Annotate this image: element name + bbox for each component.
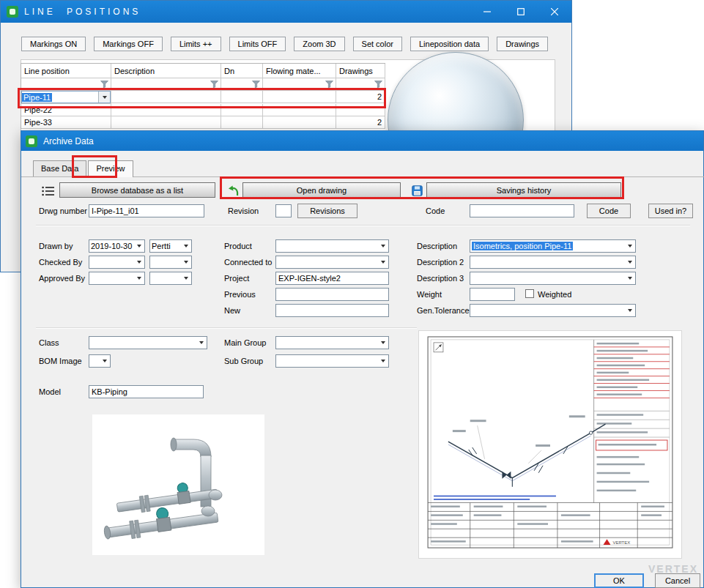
class-label: Class: [39, 338, 59, 347]
approved-date-select[interactable]: [89, 272, 145, 285]
ok-button[interactable]: OK: [594, 573, 644, 588]
used-in-button[interactable]: Used in?: [648, 204, 693, 218]
cell-line-position: Pipe-22: [21, 104, 111, 116]
column-header: Drawings: [336, 64, 385, 78]
chevron-down-icon: [199, 341, 204, 344]
new-field[interactable]: [275, 304, 389, 317]
code-button[interactable]: Code: [587, 204, 631, 218]
product-select[interactable]: [275, 239, 389, 253]
weighted-checkbox[interactable]: [525, 289, 534, 298]
minimize-button[interactable]: [470, 1, 504, 23]
separator: [36, 327, 417, 329]
table-filter-row: [21, 78, 385, 91]
checked-by-select[interactable]: [149, 256, 192, 269]
cell-drawings: 2: [336, 91, 385, 103]
selected-description: Isometrics, position Pipe-11: [472, 242, 573, 250]
filter-cell: [111, 78, 221, 91]
description3-label: Description 3: [417, 274, 464, 283]
cell-drawings: 2: [336, 116, 385, 129]
table-header-row: Line position Description Dn Flowing mat…: [21, 64, 385, 78]
cancel-button[interactable]: Cancel: [655, 573, 700, 588]
class-select[interactable]: [89, 336, 207, 349]
tab-base-data[interactable]: Base Data: [33, 160, 86, 176]
chevron-down-icon: [184, 277, 188, 280]
weight-field[interactable]: [470, 288, 515, 301]
markings-on-button[interactable]: Markings ON: [21, 37, 86, 51]
combo-dropdown-button[interactable]: [98, 92, 110, 103]
sub-group-select[interactable]: [275, 354, 389, 368]
checked-by-label: Checked By: [39, 258, 82, 267]
table-row-pipe-33[interactable]: Pipe-33 2: [21, 116, 385, 129]
window-title: LINE POSITIONS: [24, 7, 141, 17]
separator: [36, 225, 690, 226]
column-header: Dn: [221, 64, 263, 78]
filter-icon[interactable]: [210, 81, 218, 88]
chevron-down-icon: [381, 261, 385, 264]
drawn-by-select[interactable]: Pertti: [149, 239, 192, 253]
filter-icon[interactable]: [100, 81, 108, 88]
previous-label: Previous: [224, 290, 256, 299]
gen-tolerance-select[interactable]: [470, 304, 636, 317]
zoom-3d-button[interactable]: Zoom 3D: [294, 37, 344, 51]
drwg-number-field[interactable]: I-Pipe-11_i01: [89, 204, 204, 217]
project-field[interactable]: EXP-IGEN-style2: [275, 272, 389, 285]
drawn-by-label: Drawn by: [39, 242, 73, 250]
cell-description: [111, 104, 221, 116]
maximize-button[interactable]: [504, 1, 538, 23]
list-icon[interactable]: [41, 185, 54, 198]
drawings-button[interactable]: Drawings: [497, 37, 548, 51]
bom-image-select[interactable]: [89, 354, 111, 368]
description3-select[interactable]: [470, 272, 636, 285]
connected-to-select[interactable]: [275, 256, 389, 269]
revision-field[interactable]: [275, 204, 292, 217]
line-position-combobox[interactable]: Pipe-11: [21, 91, 111, 103]
filter-icon[interactable]: [374, 81, 382, 88]
table-row-pipe-22[interactable]: Pipe-22: [21, 104, 385, 116]
model-label: Model: [39, 387, 61, 396]
drawn-date-select[interactable]: 2019-10-30: [89, 239, 145, 253]
cell-dn: [221, 91, 263, 103]
code-label: Code: [426, 206, 445, 215]
lineposition-data-button[interactable]: Lineposition data: [410, 37, 489, 51]
description2-label: Description 2: [417, 258, 464, 267]
model-field[interactable]: KB-Piping: [89, 385, 204, 398]
chevron-down-icon: [184, 261, 188, 264]
close-button[interactable]: [538, 1, 571, 23]
cell-line-position: Pipe-33: [21, 116, 111, 129]
table-row-pipe-11[interactable]: Pipe-11 2: [21, 91, 385, 104]
filter-cell: [263, 78, 336, 91]
cell-flowing-material: [263, 116, 336, 129]
revisions-button[interactable]: Revisions: [297, 204, 357, 218]
tab-strip: Base Data Preview: [33, 160, 135, 177]
previous-field[interactable]: [275, 288, 389, 301]
chevron-down-icon: [381, 341, 385, 344]
browse-database-button[interactable]: Browse database as a list: [59, 182, 215, 198]
filter-cell: [21, 78, 111, 91]
savings-history-button[interactable]: Savings history: [426, 182, 621, 198]
tab-preview[interactable]: Preview: [88, 160, 133, 177]
description2-select[interactable]: [470, 256, 636, 269]
main-group-select[interactable]: [275, 336, 389, 349]
cell-flowing-material: [263, 104, 336, 116]
approved-by-select[interactable]: [149, 272, 192, 285]
limits-off-button[interactable]: Limits OFF: [229, 37, 286, 51]
filter-icon[interactable]: [325, 81, 333, 88]
limits-plus-button[interactable]: Limits ++: [171, 37, 221, 51]
project-label: Project: [224, 274, 249, 283]
markings-off-button[interactable]: Markings OFF: [94, 37, 163, 51]
archive-data-dialog: Archive Data Base Data Preview Browse da…: [21, 130, 704, 588]
line-positions-table: Line position Description Dn Flowing mat…: [21, 63, 385, 129]
checked-date-select[interactable]: [89, 256, 145, 269]
open-drawing-button[interactable]: Open drawing: [242, 182, 401, 198]
chevron-down-icon: [381, 360, 385, 362]
sub-group-label: Sub Group: [224, 357, 263, 365]
code-field[interactable]: [470, 204, 574, 217]
chevron-down-icon: [137, 277, 141, 280]
filter-icon[interactable]: [252, 81, 260, 88]
column-header: Description: [111, 64, 221, 78]
set-color-button[interactable]: Set color: [353, 37, 402, 51]
cell-dn: [221, 116, 263, 129]
revision-label: Revision: [228, 206, 259, 215]
description-select[interactable]: Isometrics, position Pipe-11: [470, 239, 636, 253]
cell-flowing-material: [263, 91, 336, 103]
